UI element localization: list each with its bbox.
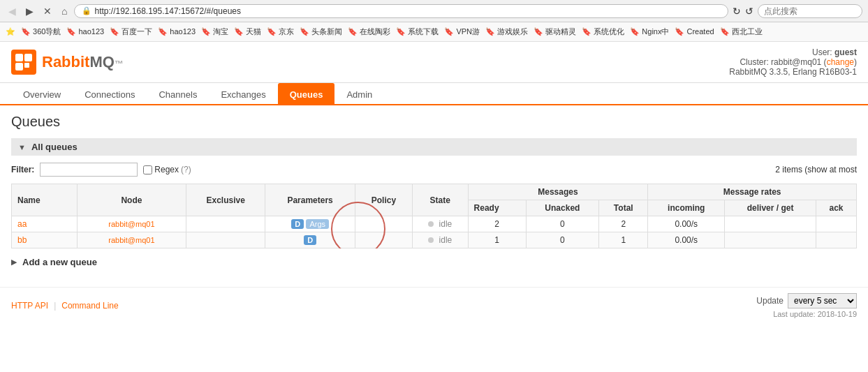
logo-area: RabbitMQ™ (11, 50, 124, 75)
bookmark-hao123b[interactable]: 🔖 hao123 (158, 27, 196, 36)
queue-name-bb: bb (12, 232, 78, 248)
svg-rect-0 (15, 54, 23, 61)
regex-help: (?) (181, 165, 191, 174)
main-content: Queues ▼ All queues Filter: Regex (?) 2 … (0, 105, 868, 276)
queue-link-bb[interactable]: bb (17, 235, 27, 245)
command-line-link[interactable]: Command Line (61, 301, 118, 311)
col-header-ready: Ready (468, 200, 526, 216)
secure-icon: 🔒 (82, 6, 91, 15)
tab-overview[interactable]: Overview (11, 83, 73, 105)
state-label-aa: idle (439, 219, 453, 229)
table-row: bb rabbit@mq01 D idle 1 0 1 0.00/s (12, 232, 857, 248)
items-count: 2 items (show at most (775, 165, 857, 174)
bookmark-download[interactable]: 🔖 系统下载 (396, 27, 439, 37)
filter-row: Filter: Regex (?) 2 items (show at most (11, 163, 857, 177)
messages-group-header: Messages (468, 184, 648, 200)
update-label: Update (756, 296, 784, 306)
svg-rect-3 (24, 63, 29, 68)
update-select[interactable]: every 5 sec every 10 sec every 30 sec ev… (788, 293, 857, 308)
bookmark-hao123a[interactable]: 🔖 hao123 (66, 27, 104, 36)
tab-connections[interactable]: Connections (73, 83, 147, 105)
bookmark-nginx[interactable]: 🔖 Nginx中 (630, 27, 669, 37)
bookmark-tianmao[interactable]: 🔖 天猫 (234, 27, 261, 37)
bookmark-jd[interactable]: 🔖 京东 (267, 27, 294, 37)
close-button[interactable]: ✕ (41, 4, 54, 18)
user-name: guest (834, 47, 857, 57)
queue-node-aa: rabbit@mq01 (77, 216, 186, 232)
all-queues-section[interactable]: ▼ All queues (11, 138, 857, 156)
bookmark-toutiao[interactable]: 🔖 头条新闻 (300, 27, 342, 37)
bookmark-taobao[interactable]: 🔖 淘宝 (201, 27, 228, 37)
queue-table: Name Node Exclusive Parameters Policy St… (11, 184, 857, 248)
queue-incoming-bb: 0.00/s (648, 232, 725, 248)
filter-input[interactable] (40, 163, 138, 177)
cluster-change-link[interactable]: change (827, 57, 854, 67)
rates-group-header: Message rates (648, 184, 857, 200)
regex-checkbox[interactable] (143, 165, 152, 174)
queue-unacked-aa: 0 (526, 216, 599, 232)
svg-rect-2 (15, 63, 23, 70)
back-button[interactable]: ◀ (6, 4, 19, 18)
forward-button[interactable]: ▶ (23, 4, 36, 18)
bookmark-xibei[interactable]: 🔖 西北工业 (720, 27, 763, 37)
col-header-policy: Policy (355, 184, 413, 216)
bookmark-baidu[interactable]: 🔖 百度一下 (110, 27, 152, 37)
node-link-bb[interactable]: rabbit@mq01 (108, 236, 154, 244)
queue-ack-bb (816, 232, 857, 248)
cluster-label: Cluster: (740, 57, 768, 67)
version-info: RabbitMQ 3.3.5, Erlang R16B03-1 (729, 67, 857, 77)
filter-left: Filter: Regex (?) (11, 163, 191, 177)
col-header-parameters: Parameters (265, 184, 355, 216)
tag-d-bb: D (304, 235, 316, 245)
queue-unacked-bb: 0 (526, 232, 599, 248)
http-api-link[interactable]: HTTP API (11, 301, 48, 311)
browser-search-input[interactable] (758, 4, 862, 18)
update-row: Update every 5 sec every 10 sec every 30… (756, 293, 857, 308)
queue-state-aa: idle (412, 216, 468, 232)
app-header: RabbitMQ™ User: guest Cluster: rabbit@mq… (0, 42, 868, 83)
col-header-incoming: incoming (648, 200, 725, 216)
cluster-name: rabbit@mq01 (771, 57, 821, 67)
col-header-state: State (412, 184, 468, 216)
bookmark-vpn[interactable]: 🔖 VPN游 (444, 27, 480, 37)
footer-left: HTTP API | Command Line (11, 301, 119, 311)
tag-d-aa: D (291, 219, 304, 229)
node-link-aa[interactable]: rabbit@mq01 (108, 220, 154, 228)
url-text: http://192.168.195.147:15672/#/queues (94, 6, 241, 16)
col-header-exclusive: Exclusive (186, 184, 265, 216)
tab-exchanges[interactable]: Exchanges (209, 83, 277, 105)
home-button[interactable]: ⌂ (59, 4, 70, 18)
add-queue-section[interactable]: ▶ Add a new queue (11, 257, 857, 267)
tab-admin[interactable]: Admin (334, 83, 384, 105)
tab-channels[interactable]: Channels (147, 83, 209, 105)
queue-deliver-bb (725, 232, 816, 248)
nav-tabs: Overview Connections Channels Exchanges … (0, 83, 868, 105)
user-label: User: (812, 47, 832, 57)
queue-exclusive-aa (186, 216, 265, 232)
url-bar[interactable]: 🔒 http://192.168.195.147:15672/#/queues (74, 4, 728, 18)
browser-bar: ◀ ▶ ✕ ⌂ 🔒 http://192.168.195.147:15672/#… (0, 0, 868, 22)
queue-deliver-aa (725, 216, 816, 232)
queue-total-aa: 2 (599, 216, 648, 232)
queue-state-bb: idle (412, 232, 468, 248)
regex-text: Regex (154, 165, 179, 174)
col-header-unacked: Unacked (526, 200, 599, 216)
regex-label[interactable]: Regex (?) (143, 165, 191, 174)
bookmark-created[interactable]: 🔖 Created (675, 27, 714, 36)
queue-link-aa[interactable]: aa (17, 219, 27, 229)
page-title: Queues (11, 114, 857, 130)
bookmarks-bar: ⭐ 🔖 360导航 🔖 hao123 🔖 百度一下 🔖 hao123 🔖 淘宝 … (0, 22, 868, 42)
last-update: Last update: 2018-10-19 (756, 310, 857, 318)
refresh-icon2[interactable]: ↺ (745, 6, 753, 17)
queue-table-wrapper: Name Node Exclusive Parameters Policy St… (11, 184, 857, 248)
bookmark-360[interactable]: 🔖 360导航 (21, 27, 61, 37)
logo-icon (11, 50, 36, 75)
bookmark-sysopt[interactable]: 🔖 系统优化 (582, 27, 624, 37)
refresh-icon[interactable]: ↻ (733, 6, 741, 17)
bookmark-online[interactable]: 🔖 在线陶彩 (348, 27, 390, 37)
bookmark-game[interactable]: 🔖 游戏娱乐 (485, 27, 528, 37)
bookmark-star[interactable]: ⭐ (6, 27, 15, 36)
bookmark-driver[interactable]: 🔖 驱动精灵 (534, 27, 576, 37)
tab-queues[interactable]: Queues (278, 83, 335, 105)
col-header-ack: ack (816, 200, 857, 216)
